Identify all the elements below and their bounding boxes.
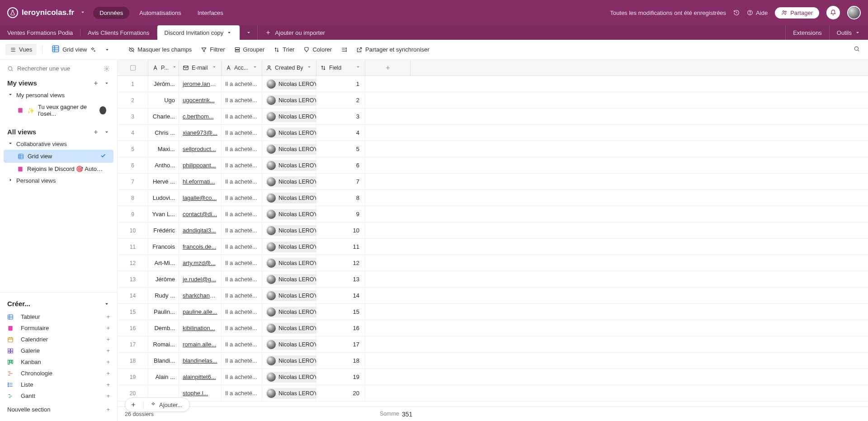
collab-views-toggle[interactable]: Collaborative views xyxy=(0,138,117,150)
table-row[interactable]: 15Paulin...pauline.alle...Il a acheté...… xyxy=(118,304,868,320)
table-row[interactable]: 8Ludovi...lagalle@co...Il a acheté...Nic… xyxy=(118,190,868,206)
table-tab-2[interactable]: Discord Invitation copy xyxy=(157,25,240,40)
table-row[interactable]: 7Hervé ...hl.eformati...Il a acheté...Ni… xyxy=(118,174,868,190)
add-import-button[interactable]: Ajouter ou importer xyxy=(258,25,332,40)
table-row[interactable]: 17Romai...romain.alle...Il a acheté...Ni… xyxy=(118,336,868,353)
cell-createdby[interactable]: Nicolas LEROY xyxy=(262,206,316,222)
share-sync-button[interactable]: Partager et synchroniser xyxy=(353,44,433,55)
cell-field[interactable]: 14 xyxy=(316,288,365,303)
cell-field[interactable]: 11 xyxy=(316,239,365,255)
view-item-grid[interactable]: Grid view xyxy=(4,150,113,163)
cell-email[interactable]: ugocentrik... xyxy=(179,92,222,108)
cell-p[interactable]: Blandi... xyxy=(148,353,179,369)
color-button[interactable]: Colorer xyxy=(300,44,335,55)
cell-p[interactable]: Ludovi... xyxy=(148,190,179,206)
extensions-button[interactable]: Extensions xyxy=(785,25,829,40)
cell-email[interactable]: philippoant... xyxy=(179,157,222,173)
cell-acc[interactable]: Il a acheté... xyxy=(222,255,262,271)
cell-acc[interactable]: Il a acheté... xyxy=(222,385,262,401)
cell-field[interactable]: 4 xyxy=(316,125,365,141)
cell-email[interactable]: contact@di... xyxy=(179,206,222,222)
help-button[interactable]: Aide xyxy=(747,9,768,16)
cell-createdby[interactable]: Nicolas LEROY xyxy=(262,109,316,124)
cell-p[interactable]: Jérôm... xyxy=(148,76,179,92)
cell-p[interactable]: Demb... xyxy=(148,320,179,336)
tools-button[interactable]: Outils xyxy=(829,25,868,40)
table-list-dropdown[interactable] xyxy=(240,25,258,40)
cell-createdby[interactable]: Nicolas LEROY xyxy=(262,222,316,238)
table-row[interactable]: 1Jérôm...jerome.lanc...Il a acheté...Nic… xyxy=(118,76,868,92)
cell-p[interactable]: Ugo xyxy=(148,92,179,108)
nav-data[interactable]: Données xyxy=(93,7,129,19)
cell-createdby[interactable]: Nicolas LEROY xyxy=(262,336,316,352)
grid-body[interactable]: 1Jérôm...jerome.lanc...Il a acheté...Nic… xyxy=(118,76,868,407)
base-switcher[interactable]: leroynicolas.fr xyxy=(7,7,86,18)
cell-email[interactable]: pauline.alle... xyxy=(179,304,222,320)
search-views-input[interactable] xyxy=(17,65,100,72)
cell-createdby[interactable]: Nicolas LEROY xyxy=(262,369,316,385)
cell-acc[interactable]: Il a acheté... xyxy=(222,353,262,369)
create-list[interactable]: Liste+ xyxy=(0,379,117,390)
cell-createdby[interactable]: Nicolas LEROY xyxy=(262,320,316,336)
new-section-button[interactable]: Nouvelle section+ xyxy=(0,402,117,417)
table-row[interactable]: 6Antho...philippoant...Il a acheté...Nic… xyxy=(118,157,868,174)
cell-field[interactable]: 1 xyxy=(316,76,365,92)
cell-p[interactable]: Maxi... xyxy=(148,141,179,157)
add-record-button[interactable]: Ajouter... xyxy=(125,397,190,412)
chevron-down-icon[interactable] xyxy=(104,129,110,135)
cell-p[interactable]: Hervé ... xyxy=(148,174,179,189)
cell-field[interactable]: 7 xyxy=(316,174,365,189)
table-row[interactable]: 12Art-Mi...arty.mzd@...Il a acheté...Nic… xyxy=(118,255,868,271)
cell-createdby[interactable]: Nicolas LEROY xyxy=(262,174,316,189)
my-personal-views-toggle[interactable]: My personal views xyxy=(0,90,117,101)
nav-interfaces[interactable]: Interfaces xyxy=(191,7,230,19)
cell-acc[interactable]: Il a acheté... xyxy=(222,320,262,336)
cell-field[interactable]: 13 xyxy=(316,271,365,287)
cell-p[interactable]: Francois xyxy=(148,239,179,255)
row-height-button[interactable] xyxy=(337,45,351,55)
create-calendar[interactable]: Calendrier+ xyxy=(0,334,117,345)
cell-p[interactable]: Yvan L... xyxy=(148,206,179,222)
cell-createdby[interactable]: Nicolas LEROY xyxy=(262,239,316,255)
cell-acc[interactable]: Il a acheté... xyxy=(222,336,262,352)
plus-icon[interactable] xyxy=(93,129,99,135)
table-row[interactable]: 4Chris ...xiane973@...Il a acheté...Nico… xyxy=(118,125,868,141)
cell-email[interactable]: c.berthom... xyxy=(179,109,222,124)
sort-button[interactable]: Trier xyxy=(270,44,298,55)
cell-p[interactable]: Frédéric xyxy=(148,222,179,238)
cell-email[interactable]: romain.alle... xyxy=(179,336,222,352)
add-field-button[interactable] xyxy=(365,60,410,76)
column-header-p[interactable]: P... xyxy=(148,60,179,76)
all-views-header[interactable]: All views xyxy=(0,125,117,138)
my-views-header[interactable]: My views xyxy=(0,76,117,90)
cell-email[interactable]: sellproduct... xyxy=(179,141,222,157)
table-row[interactable]: 3Charle...c.berthom...Il a acheté...Nico… xyxy=(118,109,868,125)
cell-email[interactable]: alainpittet6... xyxy=(179,369,222,385)
notifications-button[interactable] xyxy=(826,6,840,19)
nav-automations[interactable]: Automatisations xyxy=(133,7,188,19)
cell-field[interactable]: 10 xyxy=(316,222,365,238)
column-header-createdby[interactable]: Created By xyxy=(262,60,316,76)
table-row[interactable]: 5Maxi...sellproduct...Il a acheté...Nico… xyxy=(118,141,868,157)
table-tab-1[interactable]: Avis Clients Formations xyxy=(80,25,156,40)
cell-createdby[interactable]: Nicolas LEROY xyxy=(262,141,316,157)
cell-p[interactable]: Rudy ... xyxy=(148,288,179,303)
search-records-button[interactable] xyxy=(851,43,863,56)
cell-p[interactable]: Jérôme xyxy=(148,271,179,287)
cell-field[interactable]: 9 xyxy=(316,206,365,222)
column-header-acc[interactable]: Acc... xyxy=(222,60,262,76)
cell-createdby[interactable]: Nicolas LEROY xyxy=(262,190,316,206)
hide-fields-button[interactable]: Masquer les champs xyxy=(125,44,195,55)
cell-email[interactable]: je.rudel@g... xyxy=(179,271,222,287)
table-row[interactable]: 18Blandi...blandinelas...Il a acheté...N… xyxy=(118,353,868,369)
cell-email[interactable]: francois.de... xyxy=(179,239,222,255)
cell-email[interactable]: jerome.lanc... xyxy=(179,76,222,92)
plus-icon[interactable] xyxy=(93,80,99,86)
cell-email[interactable]: xiane973@... xyxy=(179,125,222,141)
cell-p[interactable]: Chris ... xyxy=(148,125,179,141)
cell-acc[interactable]: Il a acheté... xyxy=(222,206,262,222)
cell-acc[interactable]: Il a acheté... xyxy=(222,109,262,124)
cell-acc[interactable]: Il a acheté... xyxy=(222,190,262,206)
cell-createdby[interactable]: Nicolas LEROY xyxy=(262,125,316,141)
table-row[interactable]: 2Ugougocentrik...Il a acheté...Nicolas L… xyxy=(118,92,868,109)
